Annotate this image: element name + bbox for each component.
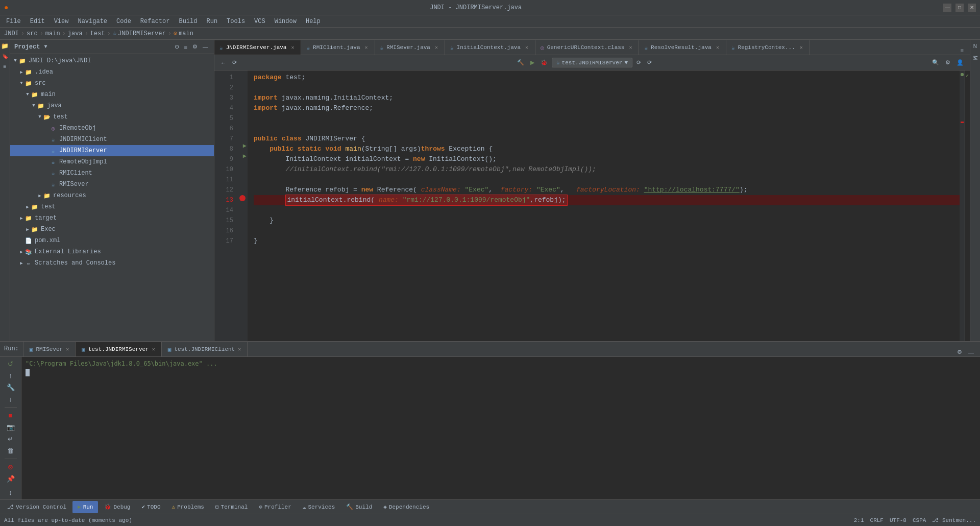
menu-item-file[interactable]: File bbox=[2, 17, 25, 26]
settings-button[interactable]: ⚙ bbox=[943, 58, 952, 67]
tab-close-icon[interactable]: ✕ bbox=[66, 346, 69, 352]
footer-tab-debug[interactable]: 🐞 Debug bbox=[99, 501, 135, 513]
tree-item-src[interactable]: ▼ 📁 src bbox=[10, 78, 214, 89]
run-button[interactable]: ▶ bbox=[528, 58, 536, 67]
pin-tab-button[interactable]: 📌 bbox=[5, 474, 17, 484]
expand-button[interactable]: ↕ bbox=[5, 488, 17, 497]
settings-run-button[interactable]: ⚙ bbox=[955, 348, 964, 356]
editor-scrollbar[interactable] bbox=[960, 70, 965, 341]
tab-close-icon[interactable]: ✕ bbox=[524, 44, 530, 51]
rerun-button[interactable]: ↺ bbox=[5, 359, 17, 369]
tree-item-target[interactable]: ▶ 📁 target bbox=[10, 212, 214, 224]
maximize-button[interactable]: □ bbox=[955, 4, 964, 12]
avatar-button[interactable]: 👤 bbox=[954, 58, 966, 67]
tab-jndirmiserver[interactable]: ☕ JNDIRMIServer.java ✕ bbox=[214, 40, 301, 55]
line-ending[interactable]: CRLF bbox=[870, 517, 884, 523]
cursor-position[interactable]: 2:1 bbox=[854, 517, 864, 523]
tree-item-idea[interactable]: ▶ 📁 .idea bbox=[10, 66, 214, 78]
footer-tab-todo[interactable]: ✔ TODO bbox=[136, 501, 165, 513]
debug-button[interactable]: 🐞 bbox=[538, 58, 550, 67]
footer-tab-build[interactable]: 🔨 Build bbox=[341, 501, 377, 513]
breadcrumb-item[interactable]: ☕ JNDIRMIServer bbox=[113, 30, 166, 37]
wrench-button[interactable]: 🔧 bbox=[5, 382, 17, 392]
menu-item-help[interactable]: Help bbox=[302, 17, 325, 26]
tree-item-jndirmiclient[interactable]: ☕ JNDIRMIClient bbox=[10, 134, 214, 145]
tree-item-jndi[interactable]: ▼ 📁 JNDI D:\java\JNDI bbox=[10, 55, 214, 66]
close-button[interactable]: ✕ bbox=[968, 4, 976, 12]
tab-genericurl[interactable]: ◎ GenericURLContext.class ✕ bbox=[535, 40, 639, 55]
breadcrumb-item[interactable]: main bbox=[45, 30, 60, 37]
structure-icon[interactable]: ≡ bbox=[1, 62, 9, 70]
menu-item-vcs[interactable]: VCS bbox=[250, 17, 270, 26]
clear-button[interactable]: 🗑 bbox=[5, 446, 17, 456]
tab-close-icon[interactable]: ✕ bbox=[363, 44, 370, 51]
menu-item-tools[interactable]: Tools bbox=[223, 17, 249, 26]
tree-item-test-folder[interactable]: ▼ 📂 test bbox=[10, 111, 214, 123]
tab-close-icon[interactable]: ✕ bbox=[152, 346, 155, 352]
sync-button[interactable]: ⟳ bbox=[230, 58, 239, 67]
tab-registrycontext[interactable]: ☕ RegistryContex... ✕ bbox=[726, 40, 810, 55]
back-button[interactable]: ← bbox=[218, 59, 228, 67]
tab-rmisever[interactable]: ☕ RMISever.java ✕ bbox=[375, 40, 445, 55]
tree-item-test2[interactable]: ▶ 📁 test bbox=[10, 201, 214, 212]
tab-rmiclient[interactable]: ☕ RMIClient.java ✕ bbox=[301, 40, 375, 55]
notifications-button[interactable]: N bbox=[971, 42, 979, 50]
maven-button[interactable]: M bbox=[971, 54, 979, 62]
code-editor[interactable]: 1 2 3 4 5 6 7 8 9 10 11 12 13 14 15 16 1… bbox=[214, 70, 970, 341]
menu-item-build[interactable]: Build bbox=[175, 17, 201, 26]
menu-item-refactor[interactable]: Refactor bbox=[136, 17, 174, 26]
tree-item-rmisever[interactable]: ☕ RMISever bbox=[10, 179, 214, 190]
charset[interactable]: UTF-8 bbox=[890, 517, 906, 523]
tree-item-resources[interactable]: ▶ 📁 resources bbox=[10, 190, 214, 201]
tab-close-icon[interactable]: ✕ bbox=[627, 44, 633, 51]
footer-tab-vcs[interactable]: ⎇ Version Control bbox=[2, 501, 71, 513]
indent[interactable]: CSPA bbox=[913, 517, 926, 523]
breadcrumb-item[interactable]: ⊙ main bbox=[174, 30, 193, 37]
scroll-down-button[interactable]: ↓ bbox=[5, 394, 17, 404]
console-output[interactable]: "C:\Program Files\Java\jdk1.8.0_65\bin\j… bbox=[21, 357, 980, 499]
settings-button[interactable]: ⚙ bbox=[191, 43, 199, 51]
menu-item-edit[interactable]: Edit bbox=[26, 17, 49, 26]
run-config-selector[interactable]: ☕ test.JNDIRMIServer ▼ bbox=[552, 58, 632, 67]
build-button[interactable]: 🔨 bbox=[515, 58, 526, 67]
tab-close-icon[interactable]: ✕ bbox=[715, 44, 721, 51]
menu-item-view[interactable]: View bbox=[50, 17, 73, 26]
scroll-up-button[interactable]: ↑ bbox=[5, 371, 17, 380]
camera-button[interactable]: 📷 bbox=[5, 422, 17, 432]
minimize-button[interactable]: — bbox=[943, 4, 951, 12]
tree-item-main[interactable]: ▼ 📁 main bbox=[10, 89, 214, 100]
breakpoint-13[interactable] bbox=[239, 195, 246, 201]
tree-item-remoteobjimpl[interactable]: ☕ RemoteObjImpl bbox=[10, 156, 214, 168]
soft-wrap-button[interactable]: ↵ bbox=[5, 434, 17, 444]
search-everywhere-button[interactable]: 🔍 bbox=[930, 58, 941, 67]
footer-tab-run[interactable]: ▶ Run bbox=[72, 501, 98, 513]
reload-button[interactable]: ⟳ bbox=[634, 58, 643, 67]
menu-item-run[interactable]: Run bbox=[202, 17, 222, 26]
hide-run-button[interactable]: — bbox=[966, 348, 976, 356]
tab-close-icon[interactable]: ✕ bbox=[798, 44, 804, 51]
stop-button[interactable]: ■ bbox=[5, 411, 17, 420]
tab-resolveresult[interactable]: ☕ ResolveResult.java ✕ bbox=[639, 40, 726, 55]
footer-tab-services[interactable]: ☁ Services bbox=[298, 501, 340, 513]
tree-item-exec[interactable]: ▶ 📁 Exec bbox=[10, 224, 214, 235]
footer-tab-dependencies[interactable]: ◈ Dependencies bbox=[378, 501, 434, 513]
tab-close-icon[interactable]: ✕ bbox=[238, 346, 241, 352]
tab-rmisever-run[interactable]: ▣ RMISever ✕ bbox=[23, 342, 76, 356]
tree-item-scratches[interactable]: ▶ ✏ Scratches and Consoles bbox=[10, 257, 214, 269]
menu-item-window[interactable]: Window bbox=[271, 17, 301, 26]
hide-panel-button[interactable]: — bbox=[201, 43, 210, 51]
breadcrumb-item[interactable]: JNDI bbox=[4, 30, 19, 37]
breadcrumb-item[interactable]: test bbox=[90, 30, 105, 37]
attach-debugger-button[interactable]: ⊗ bbox=[5, 462, 17, 472]
breadcrumb-item[interactable]: java bbox=[68, 30, 83, 37]
tree-item-jndirmiserver[interactable]: ☕ JNDIRMIServer bbox=[10, 145, 214, 156]
bookmark-icon[interactable]: 🔖 bbox=[1, 52, 9, 60]
scope-button[interactable]: ⊙ bbox=[173, 43, 181, 51]
recent-files-button[interactable]: ≡ bbox=[959, 46, 966, 55]
tab-jndirmiclient-run[interactable]: ▣ test.JNDIRMIClient ✕ bbox=[162, 342, 248, 356]
collapse-all-button[interactable]: ≡ bbox=[183, 43, 189, 51]
footer-tab-terminal[interactable]: ⊟ Terminal bbox=[210, 501, 253, 513]
tree-item-java[interactable]: ▼ 📁 java bbox=[10, 100, 214, 111]
tab-jndirmiserver-run[interactable]: ▣ test.JNDIRMIServer ✕ bbox=[76, 342, 161, 356]
tab-initialcontext[interactable]: ☕ InitialContext.java ✕ bbox=[445, 40, 535, 55]
